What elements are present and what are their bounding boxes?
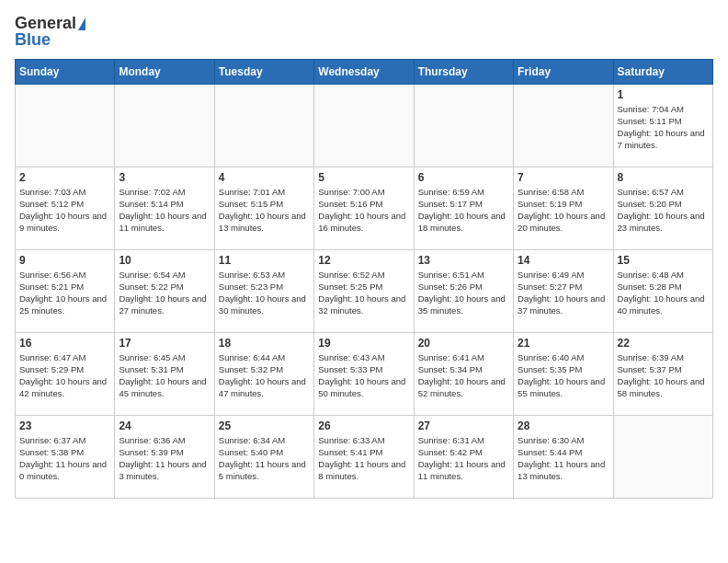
day-number: 15 bbox=[618, 254, 709, 267]
calendar-cell: 8Sunrise: 6:57 AM Sunset: 5:20 PM Daylig… bbox=[613, 167, 712, 249]
calendar-cell: 26Sunrise: 6:33 AM Sunset: 5:41 PM Dayli… bbox=[314, 415, 414, 498]
day-number: 16 bbox=[19, 337, 110, 350]
calendar-cell: 28Sunrise: 6:30 AM Sunset: 5:44 PM Dayli… bbox=[514, 415, 613, 498]
day-info: Sunrise: 6:54 AM Sunset: 5:22 PM Dayligh… bbox=[119, 269, 210, 317]
calendar-cell: 16Sunrise: 6:47 AM Sunset: 5:29 PM Dayli… bbox=[16, 332, 115, 415]
day-info: Sunrise: 7:04 AM Sunset: 5:11 PM Dayligh… bbox=[618, 103, 709, 152]
calendar-cell bbox=[314, 84, 414, 167]
calendar-cell: 1Sunrise: 7:04 AM Sunset: 5:11 PM Daylig… bbox=[613, 84, 712, 167]
day-info: Sunrise: 6:44 AM Sunset: 5:32 PM Dayligh… bbox=[219, 351, 310, 400]
calendar-cell: 14Sunrise: 6:49 AM Sunset: 5:27 PM Dayli… bbox=[514, 249, 613, 332]
weekday-header-friday: Friday bbox=[514, 59, 613, 84]
day-number: 1 bbox=[618, 88, 709, 101]
day-info: Sunrise: 7:02 AM Sunset: 5:14 PM Dayligh… bbox=[119, 186, 210, 235]
day-number: 22 bbox=[618, 337, 709, 350]
calendar-week-row-5: 23Sunrise: 6:37 AM Sunset: 5:38 PM Dayli… bbox=[16, 415, 713, 498]
day-number: 4 bbox=[219, 171, 310, 184]
day-info: Sunrise: 6:43 AM Sunset: 5:33 PM Dayligh… bbox=[318, 351, 409, 400]
calendar-cell: 24Sunrise: 6:36 AM Sunset: 5:39 PM Dayli… bbox=[115, 415, 214, 498]
day-number: 8 bbox=[618, 171, 709, 184]
day-info: Sunrise: 6:31 AM Sunset: 5:42 PM Dayligh… bbox=[418, 434, 509, 483]
day-number: 27 bbox=[418, 419, 509, 432]
day-number: 24 bbox=[119, 419, 210, 432]
weekday-header-monday: Monday bbox=[115, 59, 214, 84]
calendar-cell: 12Sunrise: 6:52 AM Sunset: 5:25 PM Dayli… bbox=[314, 249, 414, 332]
calendar-cell: 5Sunrise: 7:00 AM Sunset: 5:16 PM Daylig… bbox=[314, 167, 414, 249]
day-number: 19 bbox=[318, 337, 409, 350]
calendar-cell bbox=[613, 415, 712, 498]
day-info: Sunrise: 6:39 AM Sunset: 5:37 PM Dayligh… bbox=[618, 351, 709, 400]
calendar-cell: 3Sunrise: 7:02 AM Sunset: 5:14 PM Daylig… bbox=[115, 167, 214, 249]
day-info: Sunrise: 6:40 AM Sunset: 5:35 PM Dayligh… bbox=[518, 351, 609, 400]
logo-triangle-icon bbox=[78, 17, 85, 30]
calendar-header-row: SundayMondayTuesdayWednesdayThursdayFrid… bbox=[16, 59, 713, 84]
calendar-cell: 6Sunrise: 6:59 AM Sunset: 5:17 PM Daylig… bbox=[414, 167, 513, 249]
calendar-week-row-4: 16Sunrise: 6:47 AM Sunset: 5:29 PM Dayli… bbox=[16, 332, 713, 415]
calendar-table: SundayMondayTuesdayWednesdayThursdayFrid… bbox=[15, 59, 713, 499]
day-info: Sunrise: 6:33 AM Sunset: 5:41 PM Dayligh… bbox=[318, 434, 409, 483]
weekday-header-tuesday: Tuesday bbox=[214, 59, 313, 84]
calendar-cell: 23Sunrise: 6:37 AM Sunset: 5:38 PM Dayli… bbox=[16, 415, 115, 498]
weekday-header-thursday: Thursday bbox=[414, 59, 513, 84]
day-info: Sunrise: 6:52 AM Sunset: 5:25 PM Dayligh… bbox=[318, 269, 409, 317]
day-info: Sunrise: 6:59 AM Sunset: 5:17 PM Dayligh… bbox=[418, 186, 509, 235]
calendar-cell bbox=[115, 84, 214, 167]
calendar-cell: 20Sunrise: 6:41 AM Sunset: 5:34 PM Dayli… bbox=[414, 332, 513, 415]
day-info: Sunrise: 6:51 AM Sunset: 5:26 PM Dayligh… bbox=[418, 269, 509, 317]
day-info: Sunrise: 7:01 AM Sunset: 5:15 PM Dayligh… bbox=[219, 186, 310, 235]
day-number: 7 bbox=[518, 171, 609, 184]
day-info: Sunrise: 6:58 AM Sunset: 5:19 PM Dayligh… bbox=[518, 186, 609, 235]
day-info: Sunrise: 6:53 AM Sunset: 5:23 PM Dayligh… bbox=[219, 269, 310, 317]
weekday-header-sunday: Sunday bbox=[16, 59, 115, 84]
calendar-cell: 11Sunrise: 6:53 AM Sunset: 5:23 PM Dayli… bbox=[214, 249, 313, 332]
day-number: 9 bbox=[19, 254, 110, 267]
calendar-cell: 25Sunrise: 6:34 AM Sunset: 5:40 PM Dayli… bbox=[214, 415, 313, 498]
day-number: 23 bbox=[19, 419, 110, 432]
calendar-week-row-1: 1Sunrise: 7:04 AM Sunset: 5:11 PM Daylig… bbox=[16, 84, 713, 167]
logo: General Blue bbox=[15, 15, 85, 50]
weekday-header-wednesday: Wednesday bbox=[314, 59, 414, 84]
calendar-week-row-3: 9Sunrise: 6:56 AM Sunset: 5:21 PM Daylig… bbox=[16, 249, 713, 332]
calendar-cell: 17Sunrise: 6:45 AM Sunset: 5:31 PM Dayli… bbox=[115, 332, 214, 415]
day-info: Sunrise: 6:57 AM Sunset: 5:20 PM Dayligh… bbox=[618, 186, 709, 235]
day-number: 21 bbox=[518, 337, 609, 350]
day-info: Sunrise: 6:48 AM Sunset: 5:28 PM Dayligh… bbox=[618, 269, 709, 317]
calendar-cell bbox=[514, 84, 613, 167]
day-info: Sunrise: 6:41 AM Sunset: 5:34 PM Dayligh… bbox=[418, 351, 509, 400]
calendar-cell: 4Sunrise: 7:01 AM Sunset: 5:15 PM Daylig… bbox=[214, 167, 313, 249]
day-number: 28 bbox=[518, 419, 609, 432]
day-number: 25 bbox=[219, 419, 310, 432]
calendar-cell: 2Sunrise: 7:03 AM Sunset: 5:12 PM Daylig… bbox=[16, 167, 115, 249]
day-info: Sunrise: 6:56 AM Sunset: 5:21 PM Dayligh… bbox=[19, 269, 110, 317]
calendar-cell: 15Sunrise: 6:48 AM Sunset: 5:28 PM Dayli… bbox=[613, 249, 712, 332]
day-number: 18 bbox=[219, 337, 310, 350]
day-number: 13 bbox=[418, 254, 509, 267]
calendar-cell bbox=[214, 84, 313, 167]
day-number: 26 bbox=[318, 419, 409, 432]
day-number: 6 bbox=[418, 171, 509, 184]
day-number: 3 bbox=[119, 171, 210, 184]
day-number: 10 bbox=[119, 254, 210, 267]
day-info: Sunrise: 6:47 AM Sunset: 5:29 PM Dayligh… bbox=[19, 351, 110, 400]
calendar-cell: 9Sunrise: 6:56 AM Sunset: 5:21 PM Daylig… bbox=[16, 249, 115, 332]
calendar-cell: 22Sunrise: 6:39 AM Sunset: 5:37 PM Dayli… bbox=[613, 332, 712, 415]
day-number: 11 bbox=[219, 254, 310, 267]
day-info: Sunrise: 6:34 AM Sunset: 5:40 PM Dayligh… bbox=[219, 434, 310, 483]
calendar-cell: 13Sunrise: 6:51 AM Sunset: 5:26 PM Dayli… bbox=[414, 249, 513, 332]
calendar-week-row-2: 2Sunrise: 7:03 AM Sunset: 5:12 PM Daylig… bbox=[16, 167, 713, 249]
day-number: 14 bbox=[518, 254, 609, 267]
day-info: Sunrise: 6:45 AM Sunset: 5:31 PM Dayligh… bbox=[119, 351, 210, 400]
weekday-header-saturday: Saturday bbox=[613, 59, 712, 84]
calendar-cell: 27Sunrise: 6:31 AM Sunset: 5:42 PM Dayli… bbox=[414, 415, 513, 498]
page-header: General Blue bbox=[15, 15, 713, 50]
day-info: Sunrise: 7:00 AM Sunset: 5:16 PM Dayligh… bbox=[318, 186, 409, 235]
calendar-cell: 7Sunrise: 6:58 AM Sunset: 5:19 PM Daylig… bbox=[514, 167, 613, 249]
day-info: Sunrise: 6:49 AM Sunset: 5:27 PM Dayligh… bbox=[518, 269, 609, 317]
calendar-cell: 10Sunrise: 6:54 AM Sunset: 5:22 PM Dayli… bbox=[115, 249, 214, 332]
day-info: Sunrise: 6:36 AM Sunset: 5:39 PM Dayligh… bbox=[119, 434, 210, 483]
calendar-cell: 18Sunrise: 6:44 AM Sunset: 5:32 PM Dayli… bbox=[214, 332, 313, 415]
calendar-cell bbox=[16, 84, 115, 167]
day-info: Sunrise: 7:03 AM Sunset: 5:12 PM Dayligh… bbox=[19, 186, 110, 235]
day-info: Sunrise: 6:37 AM Sunset: 5:38 PM Dayligh… bbox=[19, 434, 110, 483]
calendar-cell: 19Sunrise: 6:43 AM Sunset: 5:33 PM Dayli… bbox=[314, 332, 414, 415]
